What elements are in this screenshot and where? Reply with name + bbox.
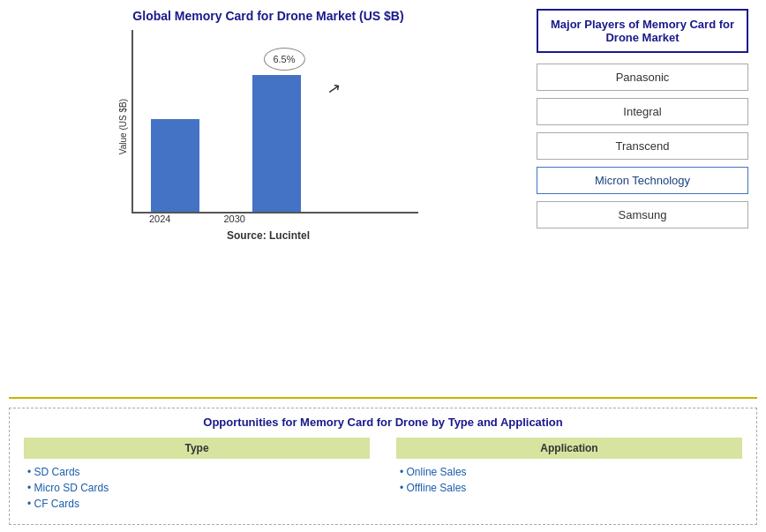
divider: [9, 397, 757, 399]
players-title: Major Players of Memory Card for Drone M…: [537, 9, 748, 53]
player-micron: Micron Technology: [537, 167, 748, 194]
bar-label-2024: 2024: [149, 214, 170, 224]
type-item-2: • Micro SD Cards: [24, 482, 370, 494]
opp-application-col: Application • Online Sales • Offline Sal…: [396, 438, 742, 513]
opp-title: Opportunities for Memory Card for Drone …: [24, 416, 742, 429]
player-transcend: Transcend: [537, 132, 748, 160]
type-header: Type: [24, 438, 370, 459]
chart-area: Global Memory Card for Drone Market (US …: [9, 9, 528, 392]
bar-2030: [252, 75, 301, 212]
player-panasonic: Panasonic: [537, 64, 748, 91]
y-axis-label: Value (US $B): [118, 99, 128, 154]
player-samsung: Samsung: [537, 201, 748, 229]
chart-wrapper: Value (US $B) 6.5% ↗ 2024 2030: [118, 30, 418, 224]
app-item-1: • Online Sales: [396, 466, 742, 478]
opportunities-section: Opportunities for Memory Card for Drone …: [9, 408, 757, 525]
player-integral: Integral: [537, 98, 748, 125]
type-item-3: • CF Cards: [24, 498, 370, 510]
cagr-bubble: 6.5%: [263, 48, 304, 71]
bar-group-2030: [252, 75, 301, 212]
source-text: Source: Lucintel: [227, 229, 310, 242]
bar-group-2024: [151, 119, 199, 212]
application-header: Application: [396, 438, 742, 459]
opp-type-col: Type • SD Cards • Micro SD Cards • CF Ca…: [24, 438, 370, 513]
chart-title: Global Memory Card for Drone Market (US …: [132, 9, 403, 23]
bar-2024: [151, 119, 199, 212]
bars-area: 6.5% ↗: [131, 30, 418, 214]
opp-columns: Type • SD Cards • Micro SD Cards • CF Ca…: [24, 438, 742, 513]
players-area: Major Players of Memory Card for Drone M…: [528, 9, 757, 392]
x-axis-labels: 2024 2030: [131, 214, 418, 224]
app-item-2: • Offline Sales: [396, 482, 742, 494]
type-item-1: • SD Cards: [24, 466, 370, 478]
cagr-arrow: ↗: [326, 78, 342, 99]
bar-label-2030: 2030: [223, 214, 244, 224]
chart-inner: 6.5% ↗ 2024 2030: [131, 30, 418, 224]
